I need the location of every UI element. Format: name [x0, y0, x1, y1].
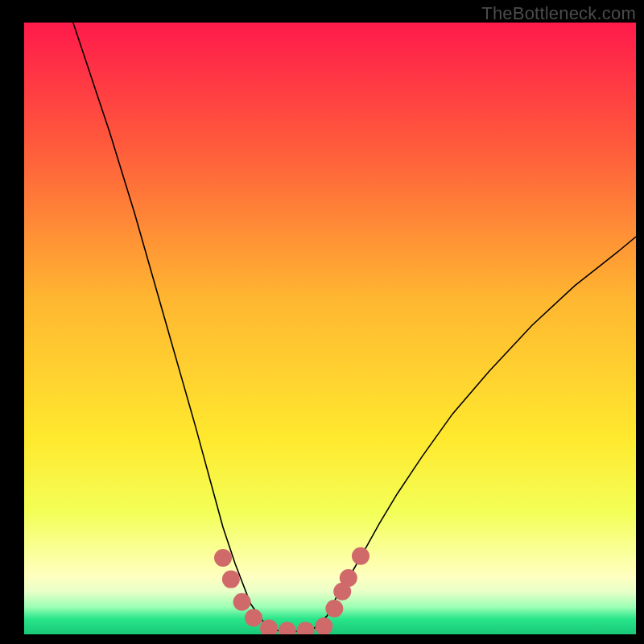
marker-dot — [352, 547, 369, 565]
marker-dot — [233, 593, 251, 611]
watermark-text: TheBottleneck.com — [481, 3, 636, 24]
plot-background — [24, 23, 636, 634]
marker-dot — [340, 569, 357, 587]
marker-dot — [245, 609, 262, 626]
plot-svg — [24, 23, 636, 634]
marker-dot — [222, 571, 240, 588]
marker-dot — [325, 600, 343, 617]
plot-frame — [24, 23, 636, 634]
chart-root: TheBottleneck.com — [0, 0, 644, 644]
marker-dot — [214, 549, 232, 567]
